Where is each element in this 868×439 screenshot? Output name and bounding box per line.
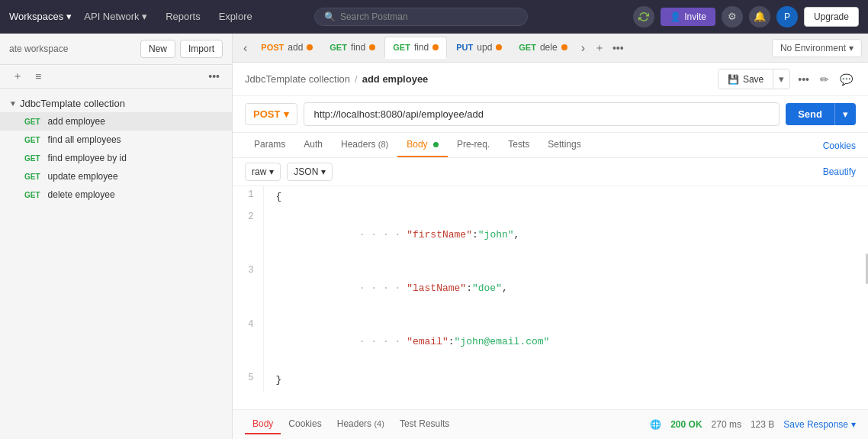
add-tab-btn[interactable]: ＋ bbox=[591, 38, 608, 58]
sidebar-item-label: add employee bbox=[48, 116, 105, 127]
breadcrumb-actions: 💾 Save ▾ ••• ✏ 💬 bbox=[718, 69, 856, 89]
more-options-btn[interactable]: ••• bbox=[795, 70, 812, 89]
sidebar-item-delete[interactable]: GET delete employee bbox=[0, 186, 232, 204]
tab-next-btn[interactable]: › bbox=[577, 38, 590, 58]
method-label: POST bbox=[253, 108, 280, 120]
chevron-icon: ▼ bbox=[9, 99, 17, 108]
tab-tests[interactable]: Tests bbox=[499, 133, 538, 157]
type-select[interactable]: JSON ▾ bbox=[287, 163, 333, 181]
filter-btn[interactable]: ≡ bbox=[32, 69, 44, 84]
tab-auth[interactable]: Auth bbox=[294, 133, 332, 157]
response-bar: Body Cookies Headers (4) Test Results 🌐 … bbox=[233, 409, 868, 439]
tab-post-add[interactable]: POST add bbox=[253, 37, 320, 59]
code-line-4: 4 · · · · "email":"john@email.com" bbox=[233, 316, 868, 370]
response-time: 270 ms bbox=[712, 419, 741, 430]
more-options-btn[interactable]: ••• bbox=[205, 69, 223, 84]
send-group: Send ▾ bbox=[786, 103, 856, 125]
environment-select[interactable]: No Environment ▾ bbox=[772, 39, 862, 57]
workspaces-chevron: ▾ bbox=[66, 11, 72, 22]
sidebar-item-find-by-id[interactable]: GET find employee by id bbox=[0, 149, 232, 167]
breadcrumb-separator: / bbox=[355, 73, 358, 85]
url-input[interactable] bbox=[304, 102, 780, 126]
sidebar-item-find-all[interactable]: GET find all employees bbox=[0, 131, 232, 149]
format-chevron: ▾ bbox=[269, 166, 274, 177]
cookies-link[interactable]: Cookies bbox=[823, 140, 856, 151]
right-panel: ‹ POST add GET find GET find PUT upd bbox=[233, 34, 868, 439]
send-dropdown-btn[interactable]: ▾ bbox=[834, 103, 856, 125]
search-icon: 🔍 bbox=[324, 11, 336, 22]
breadcrumb-title: add employee bbox=[362, 73, 429, 85]
add-collection-btn[interactable]: ＋ bbox=[9, 68, 26, 85]
edit-icon[interactable]: ✏ bbox=[817, 70, 832, 89]
save-dropdown-btn[interactable]: ▾ bbox=[773, 69, 789, 89]
save-icon: 💾 bbox=[728, 74, 739, 85]
breadcrumb-collection: JdbcTemplate collection bbox=[245, 73, 350, 85]
api-network-menu[interactable]: API Network ▾ bbox=[78, 8, 153, 25]
req-tabs-right: Cookies bbox=[823, 140, 856, 151]
save-response-chevron: ▾ bbox=[851, 419, 856, 430]
workspaces-menu[interactable]: Workspaces ▾ bbox=[9, 11, 72, 22]
workspace-name: ate workspace bbox=[9, 44, 68, 54]
sidebar-content: ▼ JdbcTemplate collection GET add employ… bbox=[0, 89, 232, 439]
beautify-link[interactable]: Beautify bbox=[823, 166, 856, 177]
tab-dot bbox=[307, 44, 313, 50]
resp-tab-test-results[interactable]: Test Results bbox=[392, 415, 457, 434]
save-button[interactable]: 💾 Save bbox=[719, 70, 773, 89]
tabs-bar: ‹ POST add GET find GET find PUT upd bbox=[233, 34, 868, 63]
tab-params[interactable]: Params bbox=[245, 133, 294, 157]
new-button[interactable]: New bbox=[140, 40, 175, 58]
breadcrumb-left: JdbcTemplate collection / add employee bbox=[245, 73, 428, 85]
tab-prev-btn[interactable]: ‹ bbox=[239, 38, 252, 58]
search-bar[interactable]: 🔍 Search Postman bbox=[314, 8, 528, 26]
explore-menu[interactable]: Explore bbox=[213, 8, 259, 25]
bell-icon[interactable]: 🔔 bbox=[749, 6, 770, 27]
method-badge-get: GET bbox=[21, 153, 43, 163]
sync-icon[interactable] bbox=[633, 6, 654, 27]
type-chevron: ▾ bbox=[321, 166, 326, 177]
body-editor-bar: raw ▾ JSON ▾ Beautify bbox=[233, 158, 868, 186]
request-breadcrumb: JdbcTemplate collection / add employee 💾… bbox=[233, 63, 868, 96]
no-env-label: No Environment bbox=[780, 43, 846, 53]
nav-actions: 👤 Invite ⚙ 🔔 P Upgrade bbox=[633, 6, 859, 27]
tab-body[interactable]: Body bbox=[397, 133, 448, 157]
sidebar-item-update[interactable]: GET update employee bbox=[0, 167, 232, 186]
collection-name: JdbcTemplate collection bbox=[20, 98, 125, 109]
sidebar-header-actions: New Import bbox=[140, 40, 223, 58]
workspaces-label: Workspaces bbox=[9, 11, 63, 22]
reports-menu[interactable]: Reports bbox=[159, 8, 207, 25]
resp-tab-headers[interactable]: Headers (4) bbox=[330, 415, 392, 434]
resp-tab-cookies[interactable]: Cookies bbox=[281, 415, 329, 434]
format-select[interactable]: raw ▾ bbox=[245, 163, 281, 181]
comment-icon[interactable]: 💬 bbox=[837, 70, 856, 89]
sidebar-item-add-employee[interactable]: GET add employee bbox=[0, 112, 232, 131]
save-response-btn[interactable]: Save Response ▾ bbox=[783, 419, 856, 430]
env-chevron: ▾ bbox=[849, 43, 854, 53]
url-bar: POST ▾ Send ▾ bbox=[233, 96, 868, 133]
tab-get-find1[interactable]: GET find bbox=[322, 37, 383, 59]
collection-header[interactable]: ▼ JdbcTemplate collection bbox=[0, 95, 232, 112]
tab-dot bbox=[561, 44, 567, 50]
tab-get-find2[interactable]: GET find bbox=[384, 37, 447, 59]
save-btn-group[interactable]: 💾 Save ▾ bbox=[718, 69, 790, 89]
tab-settings[interactable]: Settings bbox=[538, 133, 590, 157]
import-button[interactable]: Import bbox=[180, 40, 223, 58]
tab-prereq[interactable]: Pre-req. bbox=[448, 133, 499, 157]
method-badge-get: GET bbox=[21, 190, 43, 200]
upgrade-button[interactable]: Upgrade bbox=[804, 7, 859, 27]
avatar[interactable]: P bbox=[776, 6, 798, 27]
settings-icon[interactable]: ⚙ bbox=[722, 6, 743, 27]
tab-headers[interactable]: Headers (8) bbox=[332, 133, 397, 157]
invite-button[interactable]: 👤 Invite bbox=[661, 8, 715, 26]
top-navbar: Workspaces ▾ API Network ▾ Reports Explo… bbox=[0, 0, 868, 34]
status-code: 200 OK bbox=[670, 419, 702, 430]
method-select[interactable]: POST ▾ bbox=[245, 103, 297, 125]
sidebar: ate workspace New Import ＋ ≡ ••• ▼ JdbcT… bbox=[0, 34, 233, 439]
tab-get-dele[interactable]: GET dele bbox=[511, 37, 574, 59]
code-editor[interactable]: 1 { 2 · · · · "firstName":"john", 3 · · … bbox=[233, 186, 868, 409]
method-badge-get: GET bbox=[21, 172, 43, 182]
tab-put-upd[interactable]: PUT upd bbox=[448, 37, 510, 59]
send-button[interactable]: Send bbox=[786, 103, 834, 125]
tabs-more-btn[interactable]: ••• bbox=[609, 39, 627, 57]
code-line-1: 1 { bbox=[233, 186, 868, 208]
resp-tab-body[interactable]: Body bbox=[245, 415, 281, 434]
